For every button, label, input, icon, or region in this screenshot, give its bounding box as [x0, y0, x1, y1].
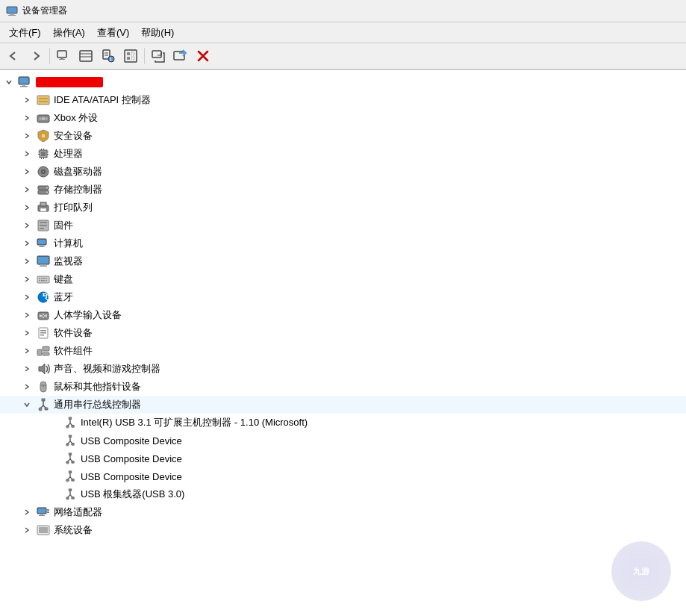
- ide-icon: [36, 93, 51, 108]
- category-usb[interactable]: 通用串行总线控制器: [0, 396, 686, 414]
- usb-child-composite-3[interactable]: USB Composite Device: [0, 467, 686, 485]
- svg-text:i: i: [110, 57, 112, 62]
- system-expand[interactable]: [21, 524, 33, 536]
- bluetooth-icon: ⮷: [36, 290, 51, 305]
- computer-view-button[interactable]: [53, 46, 74, 66]
- back-button[interactable]: [3, 46, 24, 66]
- category-disk[interactable]: 磁盘驱动器: [0, 163, 686, 181]
- category-ide[interactable]: IDE ATA/ATAPI 控制器: [0, 91, 686, 109]
- svg-rect-18: [131, 57, 134, 60]
- svg-rect-33: [42, 117, 45, 120]
- category-processor[interactable]: 处理器: [0, 145, 686, 163]
- software-device-expand[interactable]: [21, 327, 33, 339]
- usb-expand[interactable]: [21, 399, 33, 411]
- storage-expand[interactable]: [21, 184, 33, 196]
- monitor-expand[interactable]: [21, 255, 33, 267]
- svg-rect-16: [131, 52, 134, 55]
- usb-composite-1-label: USB Composite Device: [81, 435, 182, 447]
- svg-rect-43: [41, 158, 42, 159]
- usb-child-intel[interactable]: Intel(R) USB 3.1 可扩展主机控制器 - 1.10 (Micros…: [0, 414, 686, 432]
- hid-expand[interactable]: [21, 309, 33, 321]
- category-system[interactable]: 系统设备: [0, 521, 686, 539]
- svg-rect-70: [39, 280, 40, 281]
- category-computer[interactable]: 计算机: [0, 234, 686, 252]
- usb-composite-3-label: USB Composite Device: [81, 471, 182, 482]
- menu-file[interactable]: 文件(F): [3, 25, 47, 41]
- ide-expand[interactable]: [21, 94, 33, 106]
- usb-child-composite-1[interactable]: USB Composite Device: [0, 432, 686, 449]
- category-printer[interactable]: 打印队列: [0, 199, 686, 217]
- xbox-expand[interactable]: [21, 112, 33, 124]
- svg-rect-0: [7, 7, 17, 13]
- svg-rect-62: [37, 256, 49, 264]
- category-hid[interactable]: 人体学输入设备: [0, 306, 686, 324]
- computer-expand[interactable]: [21, 237, 33, 249]
- root-expand[interactable]: [3, 76, 15, 88]
- mouse-expand[interactable]: [21, 381, 33, 393]
- svg-rect-60: [40, 245, 43, 246]
- svg-point-82: [46, 316, 47, 317]
- disk-expand[interactable]: [21, 166, 33, 178]
- category-audio[interactable]: 声音、视频和游戏控制器: [0, 360, 686, 378]
- category-security[interactable]: 安全设备: [0, 127, 686, 145]
- svg-point-80: [44, 315, 46, 317]
- category-software-device[interactable]: 软件设备: [0, 324, 686, 342]
- category-xbox[interactable]: Xbox 外设: [0, 109, 686, 127]
- svg-rect-124: [69, 489, 72, 491]
- show-hidden-button[interactable]: [120, 46, 141, 66]
- svg-rect-88: [43, 346, 49, 351]
- category-mouse[interactable]: 鼠标和其他指针设备: [0, 378, 686, 396]
- firmware-expand[interactable]: [21, 220, 33, 231]
- forward-button[interactable]: [25, 46, 46, 66]
- category-keyboard[interactable]: 键盘: [0, 270, 686, 288]
- usb-composite-2-icon: [63, 451, 78, 466]
- svg-marker-90: [39, 364, 45, 374]
- audio-expand[interactable]: [21, 363, 33, 375]
- tree-root[interactable]: [0, 73, 686, 91]
- printer-expand[interactable]: [21, 202, 33, 214]
- processor-expand[interactable]: [21, 148, 33, 160]
- security-expand[interactable]: [21, 130, 33, 142]
- category-software-component[interactable]: 软件组件: [0, 342, 686, 360]
- disk-icon: [36, 164, 51, 179]
- svg-point-77: [43, 314, 44, 315]
- security-icon: [36, 128, 51, 143]
- title-bar-icon: [6, 5, 18, 17]
- update-driver-button[interactable]: [170, 46, 191, 66]
- usb-child-composite-2[interactable]: USB Composite Device: [0, 449, 686, 467]
- svg-rect-59: [37, 239, 46, 245]
- category-bluetooth[interactable]: ⮷ 蓝牙: [0, 288, 686, 306]
- list-view-button[interactable]: [75, 46, 96, 66]
- usb-child-hub[interactable]: USB 根集线器(USB 3.0): [0, 485, 686, 503]
- svg-rect-84: [40, 330, 46, 332]
- svg-rect-17: [127, 57, 130, 60]
- menu-action[interactable]: 操作(A): [47, 25, 91, 41]
- svg-rect-111: [72, 444, 75, 446]
- software-component-expand[interactable]: [21, 345, 33, 357]
- properties-button[interactable]: i: [98, 46, 119, 66]
- svg-rect-4: [60, 57, 63, 59]
- svg-rect-6: [80, 51, 92, 61]
- network-expand[interactable]: [21, 506, 33, 518]
- svg-rect-61: [39, 246, 45, 247]
- svg-rect-24: [19, 77, 29, 84]
- scan-hardware-button[interactable]: [148, 46, 169, 66]
- category-network[interactable]: 网络适配器: [0, 503, 686, 521]
- svg-rect-57: [40, 225, 47, 226]
- xbox-label: Xbox 外设: [54, 111, 98, 125]
- network-icon: [36, 505, 51, 520]
- category-firmware[interactable]: 固件: [0, 217, 686, 234]
- bluetooth-expand[interactable]: [21, 291, 33, 303]
- menu-help[interactable]: 帮助(H): [135, 25, 180, 41]
- category-monitor[interactable]: 监视器: [0, 252, 686, 270]
- svg-rect-66: [39, 278, 40, 279]
- keyboard-expand[interactable]: [21, 273, 33, 285]
- svg-text:⮷: ⮷: [42, 293, 51, 302]
- category-storage[interactable]: 存储控制器: [0, 181, 686, 199]
- usb-hub-icon: [63, 487, 78, 502]
- toolbar: i: [0, 43, 686, 70]
- usb-composite-3-icon: [63, 469, 78, 484]
- menu-view[interactable]: 查看(V): [91, 25, 135, 41]
- svg-rect-100: [69, 417, 72, 420]
- uninstall-button[interactable]: [193, 46, 213, 66]
